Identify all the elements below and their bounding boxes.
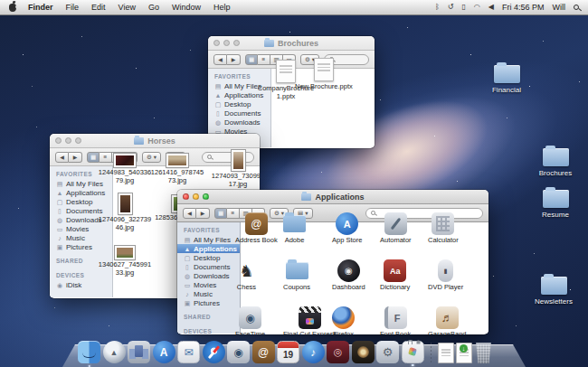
menu-edit[interactable]: Edit	[85, 3, 112, 12]
close-button[interactable]	[213, 40, 220, 46]
iphoto-dock-icon[interactable]	[352, 341, 375, 363]
menu-go[interactable]: Go	[142, 3, 166, 12]
photo-file[interactable]: 1244983_54033679.jpg	[97, 154, 153, 184]
apple-menu-icon[interactable]	[9, 4, 16, 12]
zoom-button[interactable]	[203, 193, 209, 200]
sidebar-item-all-my-files[interactable]: ▤All My Files	[177, 235, 240, 244]
sidebar-item-music[interactable]: ♪Music	[50, 233, 112, 242]
app-garageband[interactable]: ♬ GarageBand	[428, 306, 467, 334]
sidebar-item-desktop[interactable]: ▢Desktop	[177, 253, 240, 262]
firefox-icon	[332, 306, 355, 329]
forward-button[interactable]: ▶	[196, 208, 210, 219]
app-coupons-folder[interactable]: Coupons	[283, 259, 310, 292]
safari-dock-icon[interactable]	[203, 341, 225, 363]
sidebar-item-applications-selected[interactable]: ▲Applications	[177, 244, 240, 253]
wifi-icon[interactable]: ◠	[474, 4, 480, 11]
photo-file[interactable]: 1340627_74599133.jpg	[97, 246, 153, 277]
sidebar-item-documents[interactable]: ▯Documents	[177, 262, 240, 271]
app-adobe-folder[interactable]: Adobe	[283, 212, 306, 245]
volume-icon[interactable]: ◀	[488, 4, 494, 11]
app-final-cut-express[interactable]: Final Cut Express	[283, 306, 337, 334]
sidebar-item-idisk[interactable]: ◉iDisk	[50, 280, 112, 289]
sidebar-item-music[interactable]: ♪Music	[177, 289, 240, 298]
spotlight-icon[interactable]	[574, 5, 579, 10]
ical-dock-icon[interactable]: 19	[277, 341, 299, 363]
mission-control-dock-icon[interactable]	[128, 341, 150, 363]
app-chess[interactable]: ♞ Chess	[235, 259, 258, 292]
desktop-icon-label: Financial	[492, 86, 521, 94]
menu-user[interactable]: Will	[553, 3, 566, 12]
minimize-button[interactable]	[193, 193, 199, 200]
photo-file[interactable]: 1274093_73099817.jpg	[210, 150, 260, 188]
menu-file[interactable]: File	[60, 3, 86, 12]
sidebar-item-documents[interactable]: ▯Documents	[208, 108, 270, 118]
sidebar-item-pictures[interactable]: ▣Pictures	[177, 298, 240, 307]
photo-file[interactable]: 1274096_32273946.jpg	[97, 193, 153, 231]
app-address-book[interactable]: @ Address Book	[235, 212, 278, 245]
sidebar-item-downloads[interactable]: ◍Downloads	[177, 271, 240, 280]
finder-window-applications[interactable]: Applications ◀ ▶ ▦ ≡ ▥ ▭ ⚙▾ ▤▾ FAVORITES…	[177, 190, 488, 334]
finder-window-brochures[interactable]: Brochures ◀ ▶ ▦ ≡ ▥ ▭ ⚙▾ FAVORITES ▤All …	[208, 36, 375, 148]
close-button[interactable]	[183, 193, 189, 200]
title-bar[interactable]: Horses	[50, 134, 260, 148]
back-button[interactable]: ◀	[183, 208, 196, 219]
sidebar-item-desktop[interactable]: ▢Desktop	[208, 99, 270, 108]
time-machine-icon[interactable]: ↺	[448, 4, 454, 11]
address-book-dock-icon[interactable]: @	[252, 341, 275, 363]
file-new-brochure[interactable]: New Brochure.pptx	[295, 58, 353, 91]
app-firefox[interactable]: Firefox	[332, 306, 355, 334]
forward-button[interactable]: ▶	[227, 54, 241, 65]
menu-window[interactable]: Window	[166, 3, 207, 12]
app-app-store[interactable]: A App Store	[332, 212, 362, 245]
photo-file[interactable]: 1261416_97874573.jpg	[149, 154, 205, 184]
zoom-button[interactable]	[233, 40, 240, 46]
app-store-dock-icon[interactable]: A	[153, 341, 175, 363]
mail-dock-icon[interactable]: ✉	[177, 341, 200, 363]
desktop-icon-financial[interactable]: Financial	[482, 65, 531, 94]
system-preferences-dock-icon[interactable]: ⚙	[376, 341, 399, 363]
desktop-icon-newsletters[interactable]: Newsletters	[529, 277, 578, 306]
app-dvd-player[interactable]: ▮ DVD Player	[428, 259, 463, 292]
desktop-icon-brochures[interactable]: Brochures	[531, 148, 580, 177]
app-calculator[interactable]: Calculator	[428, 212, 459, 245]
finder-dock-icon[interactable]	[78, 341, 100, 363]
menu-finder[interactable]: Finder	[22, 3, 60, 12]
minimize-button[interactable]	[223, 40, 230, 46]
back-button[interactable]: ◀	[55, 152, 69, 163]
menu-clock[interactable]: Fri 4:56 PM	[502, 3, 545, 12]
menu-view[interactable]: View	[112, 3, 142, 12]
app-store-icon: A	[336, 212, 358, 235]
downloads-stack-dock-icon[interactable]	[456, 343, 472, 363]
photo-booth-dock-icon[interactable]	[402, 341, 424, 363]
all-my-files-icon: ▤	[214, 83, 222, 89]
app-label: DVD Player	[428, 284, 463, 292]
minimize-button[interactable]	[65, 137, 71, 144]
sidebar-item-downloads[interactable]: ◍Downloads	[208, 118, 270, 127]
sidebar-item-movies[interactable]: ▭Movies	[177, 280, 240, 289]
title-bar[interactable]: Brochures	[208, 36, 375, 51]
close-button[interactable]	[55, 137, 62, 144]
itunes-dock-icon[interactable]: ♪	[302, 341, 325, 363]
app-dashboard[interactable]: ◉ Dashboard	[332, 259, 365, 292]
display-icon[interactable]: ▯	[461, 4, 465, 11]
facetime-dock-icon[interactable]: ◉	[227, 341, 250, 363]
app-font-book[interactable]: F Font Book	[380, 306, 411, 334]
idvd-dock-icon[interactable]: ◎	[327, 341, 349, 363]
back-button[interactable]: ◀	[213, 54, 227, 65]
documents-stack-dock-icon[interactable]	[438, 343, 454, 363]
forward-button[interactable]: ▶	[69, 152, 82, 163]
folder-icon	[283, 212, 306, 235]
trash-dock-icon[interactable]	[475, 343, 493, 363]
pictures-icon: ▣	[56, 244, 63, 250]
launchpad-dock-icon[interactable]: ▲	[103, 341, 126, 363]
desktop-icon-resume[interactable]: Resume	[531, 190, 580, 219]
app-dictionary[interactable]: Aa Dictionary	[380, 259, 410, 292]
app-automator[interactable]: Automator	[380, 212, 412, 245]
icon-view-button[interactable]: ▦	[214, 208, 227, 219]
bluetooth-icon[interactable]: ᛒ	[435, 4, 440, 11]
app-facetime[interactable]: ◉ FaceTime	[235, 306, 265, 334]
zoom-button[interactable]	[75, 137, 81, 144]
folder-icon	[541, 277, 567, 295]
menu-help[interactable]: Help	[207, 3, 237, 12]
title-bar[interactable]: Applications	[177, 190, 488, 204]
